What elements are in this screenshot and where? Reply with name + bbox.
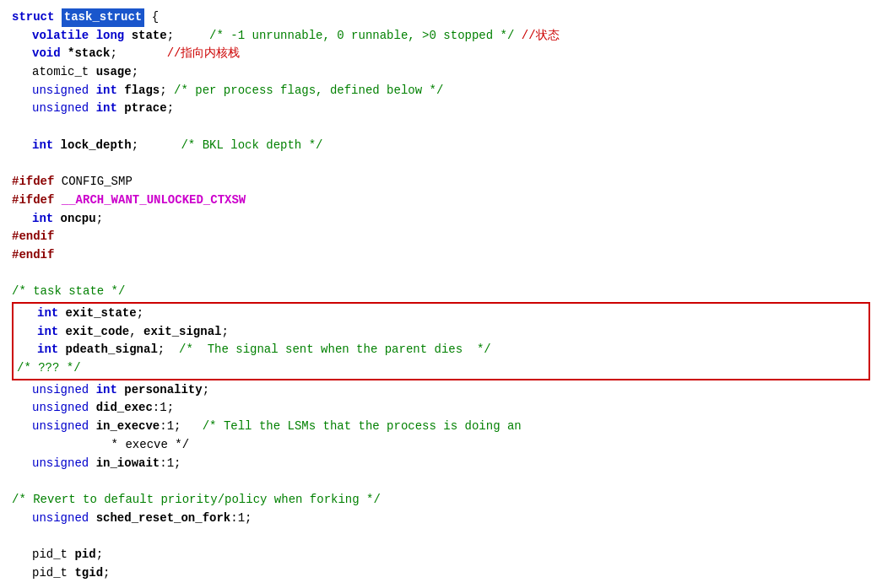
line-ifdef-arch: #ifdef __ARCH_WANT_UNLOCKED_CTXSW — [12, 192, 870, 210]
line-oncpu: int oncpu; — [12, 210, 870, 229]
line-endif2: #endif — [12, 246, 870, 265]
line-endif1: #endif — [12, 228, 870, 246]
line-task-state-comment: /* task state */ — [12, 283, 870, 301]
code-block: struct task_struct { volatile long state… — [12, 8, 870, 582]
line-struct: struct task_struct { — [12, 8, 870, 27]
line-tgid: pid_t tgid; — [12, 564, 870, 583]
line-pdeath: int pdeath_signal; /* The signal sent wh… — [17, 341, 865, 359]
kw-struct: struct — [12, 8, 62, 27]
line-execve-cont: * execve */ — [12, 436, 870, 455]
line-personality: unsigned int personality; — [12, 381, 870, 400]
line-flags: unsigned int flags; /* per process flags… — [12, 82, 870, 100]
line-blank1 — [12, 118, 870, 137]
line-exit-state: int exit_state; — [17, 305, 865, 323]
line-sched-comment: /* Revert to default priority/policy whe… — [12, 491, 870, 510]
line-sched-reset: unsigned sched_reset_on_fork:1; — [12, 510, 870, 528]
line-did-exec: unsigned did_exec:1; — [12, 399, 870, 418]
line-blank3 — [12, 265, 870, 283]
line-lock-depth: int lock_depth; /* BKL lock depth */ — [12, 137, 870, 155]
line-blank4 — [12, 472, 870, 491]
line-pid: pid_t pid; — [12, 546, 870, 564]
struct-name: task_struct — [62, 8, 144, 27]
line-blank5 — [12, 527, 870, 546]
line-in-iowait: unsigned in_iowait:1; — [12, 455, 870, 473]
line-blank2 — [12, 155, 870, 174]
line-qqq: /* ??? */ — [17, 359, 865, 378]
line-in-execve: unsigned in_execve:1; /* Tell the LSMs t… — [12, 418, 870, 436]
line-state: volatile long state; /* -1 unrunnable, 0… — [12, 27, 870, 46]
line-usage: atomic_t usage; — [12, 63, 870, 82]
line-ptrace: unsigned int ptrace; — [12, 100, 870, 118]
boxed-section: int exit_state; int exit_code, exit_sign… — [12, 302, 870, 380]
line-stack: void *stack; //指向内核栈 — [12, 45, 870, 63]
line-ifdef-smp: #ifdef CONFIG_SMP — [12, 173, 870, 192]
line-exit-code: int exit_code, exit_signal; — [17, 323, 865, 342]
